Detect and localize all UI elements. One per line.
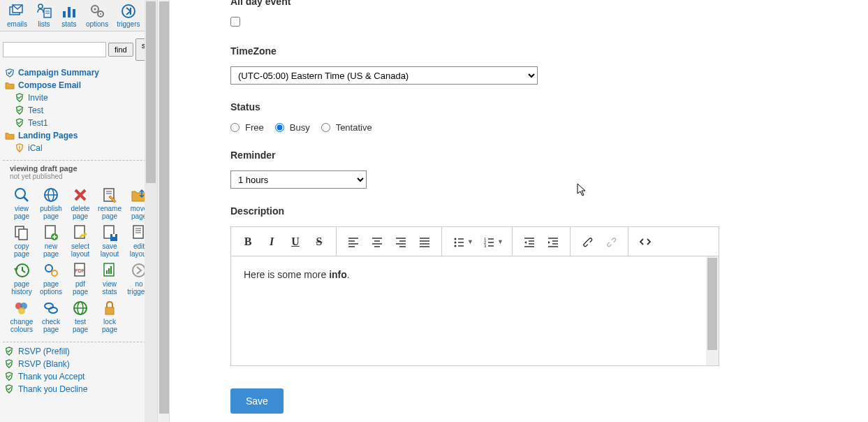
- tree-test1[interactable]: Test1: [13, 117, 157, 129]
- svg-point-12: [100, 13, 101, 15]
- radio-free[interactable]: Free: [230, 122, 264, 133]
- reminder-label: Reminder: [230, 150, 826, 161]
- reminder-select[interactable]: 1 hours: [230, 170, 367, 189]
- tree-invite[interactable]: Invite: [13, 92, 157, 104]
- rsvp-thank-accept[interactable]: Thank you Accept: [3, 370, 157, 383]
- indent-button[interactable]: [542, 231, 564, 253]
- chevron-down-icon[interactable]: ▼: [467, 238, 473, 245]
- svg-rect-58: [105, 307, 114, 314]
- tool-pdf-page[interactable]: PDFpdfpage: [66, 260, 95, 297]
- find-button[interactable]: find: [108, 43, 133, 57]
- tool-copy-page[interactable]: copypage: [7, 222, 36, 259]
- all-day-checkbox[interactable]: [230, 17, 240, 27]
- tool-grid: viewpage publishpage deletepage renamepa…: [0, 183, 157, 340]
- lock-page-icon: [101, 299, 119, 317]
- tool-rename-page[interactable]: renamepage: [95, 184, 124, 221]
- tool-change-colours[interactable]: changecolours: [7, 298, 36, 335]
- svg-point-10: [94, 8, 96, 10]
- top-tabs: emails lists stats options triggers: [0, 0, 157, 31]
- tree-ical[interactable]: iCal: [13, 142, 157, 154]
- tool-test-page[interactable]: testpage: [66, 298, 95, 335]
- tool-view-page[interactable]: viewpage: [7, 184, 36, 221]
- source-icon: [639, 235, 652, 248]
- tree-landing-pages[interactable]: Landing Pages: [3, 129, 157, 142]
- tree-test[interactable]: Test: [13, 104, 157, 117]
- rsvp-blank[interactable]: RSVP (Blank): [3, 358, 157, 370]
- tab-triggers[interactable]: triggers: [112, 1, 144, 31]
- italic-button[interactable]: I: [260, 231, 283, 253]
- chevron-down-icon[interactable]: ▼: [497, 238, 503, 245]
- tool-select-layout[interactable]: selectlayout: [66, 222, 95, 259]
- shield-icon: [14, 93, 25, 103]
- svg-point-2: [38, 4, 43, 8]
- radio-busy-input[interactable]: [275, 123, 284, 132]
- check-icon: [4, 68, 15, 78]
- tab-emails-label: emails: [7, 20, 27, 28]
- align-center-button[interactable]: [366, 231, 388, 253]
- editor-body[interactable]: Here is some more info.: [231, 256, 719, 365]
- tool-delete-page[interactable]: deletepage: [66, 184, 95, 221]
- tool-view-stats[interactable]: viewstats: [95, 260, 124, 297]
- radio-tentative[interactable]: Tentative: [321, 122, 372, 133]
- tab-stats[interactable]: stats: [57, 1, 82, 31]
- svg-rect-7: [68, 7, 71, 17]
- check-page-icon: [42, 299, 60, 317]
- editor-scrollbar[interactable]: [706, 256, 719, 365]
- timezone-select[interactable]: (UTC-05:00) Eastern Time (US & Canada): [230, 66, 538, 85]
- publish-page-icon: [42, 186, 60, 204]
- main-scrollbar[interactable]: [157, 0, 170, 422]
- page-options-icon: [42, 261, 60, 279]
- radio-tentative-input[interactable]: [321, 123, 330, 132]
- stats-icon: [61, 3, 78, 20]
- align-center-icon: [371, 235, 383, 248]
- tool-lock-page[interactable]: lockpage: [95, 298, 124, 335]
- tab-emails[interactable]: emails: [3, 1, 31, 31]
- scrollbar-thumb[interactable]: [146, 1, 156, 183]
- strike-button[interactable]: S: [308, 231, 330, 253]
- tool-page-history[interactable]: pagehistory: [7, 260, 36, 297]
- tree-campaign-summary[interactable]: Campaign Summary: [3, 66, 157, 79]
- scrollbar-thumb[interactable]: [159, 1, 169, 414]
- all-day-label: All day event: [230, 0, 826, 7]
- sidebar-scrollbar[interactable]: [145, 0, 157, 422]
- tool-save-layout[interactable]: savelayout: [95, 222, 124, 259]
- shield-icon: [4, 347, 15, 356]
- align-left-button[interactable]: [342, 231, 365, 253]
- tab-stats-label: stats: [61, 20, 76, 28]
- underline-button[interactable]: U: [284, 231, 307, 253]
- tool-publish-page[interactable]: publishpage: [36, 184, 66, 221]
- editor-toolbar: B I U S ▼ 123 ▼: [231, 227, 719, 256]
- tab-lists[interactable]: lists: [31, 1, 57, 31]
- svg-point-77: [455, 245, 457, 247]
- tool-page-options[interactable]: pageoptions: [36, 260, 66, 297]
- scrollbar-thumb[interactable]: [707, 258, 717, 350]
- shield-icon: [14, 118, 25, 128]
- save-button[interactable]: Save: [230, 388, 284, 414]
- triggers-icon: [120, 3, 137, 20]
- link-button[interactable]: [576, 231, 598, 253]
- search-input[interactable]: [3, 42, 106, 57]
- rich-editor: B I U S ▼ 123 ▼: [230, 226, 719, 366]
- tool-check-page[interactable]: checkpage: [36, 298, 66, 335]
- rsvp-thank-decline[interactable]: Thank you Decline: [3, 383, 157, 395]
- rename-page-icon: [101, 186, 119, 204]
- tree-label: iCal: [28, 143, 43, 153]
- description-label: Description: [230, 205, 826, 217]
- bold-button[interactable]: B: [237, 231, 259, 253]
- radio-busy[interactable]: Busy: [275, 122, 310, 133]
- outdent-button[interactable]: [518, 231, 540, 253]
- align-justify-button[interactable]: [413, 231, 436, 253]
- number-list-icon: 123: [483, 235, 495, 248]
- svg-text:3: 3: [484, 244, 487, 248]
- radio-free-input[interactable]: [230, 123, 240, 132]
- tool-new-page[interactable]: newpage: [36, 222, 66, 259]
- tree-compose-email[interactable]: Compose Email: [3, 79, 157, 92]
- unlink-button[interactable]: [600, 231, 622, 253]
- tab-options[interactable]: options: [82, 1, 112, 31]
- svg-point-15: [19, 150, 20, 151]
- shield-icon: [4, 359, 15, 369]
- source-button[interactable]: [634, 231, 656, 253]
- rsvp-prefill[interactable]: RSVP (Prefill): [3, 345, 157, 358]
- align-right-button[interactable]: [390, 231, 412, 253]
- rsvp-label: RSVP (Blank): [18, 359, 70, 369]
